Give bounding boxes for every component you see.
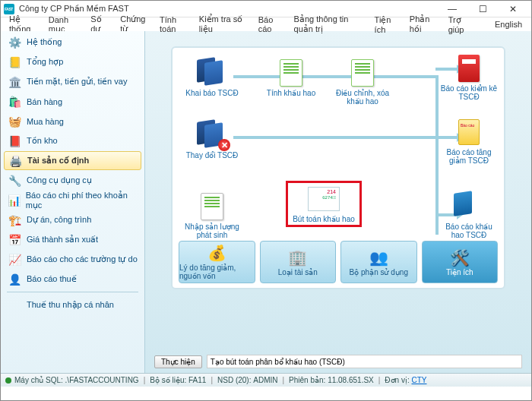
menubar: Hệ thống Danh mục Số dư Chứng từ Tính to… (1, 17, 531, 31)
workflow-panel: Khai báo TSCĐ Tính khấu hao Điều chỉnh, … (171, 46, 505, 289)
gear-icon: ⚙️ (7, 35, 22, 50)
doc-pen-icon (195, 192, 230, 221)
sidebar-item-tonkho[interactable]: 📕Tồn kho (4, 131, 141, 150)
sidebar-item-tncn[interactable]: Thuế thu nhập cá nhân (4, 295, 141, 314)
sidebar-item-bctudo[interactable]: 📈Báo cáo cho các trường tự do (4, 250, 141, 269)
status-nsd: ADMIN (253, 376, 277, 384)
sidebar-item-duan[interactable]: 🏗️Dự án, công trình (4, 210, 141, 229)
btn-loai-taisan[interactable]: 🏢Loại tài sản (260, 241, 337, 283)
report-icon: 📈 (7, 252, 22, 267)
binder-icon (195, 58, 230, 87)
sidebar-item-giathanh[interactable]: 📅Giá thành sản xuất (4, 230, 141, 249)
doc-icon (345, 58, 380, 87)
sidebar-item-banhang[interactable]: 🛍️Bán hàng (4, 92, 141, 111)
command-input[interactable] (207, 355, 522, 368)
status-server: .\FASTACCOUNTING (65, 376, 139, 384)
status-dv-label: Đơn vị: (385, 376, 409, 384)
sidebar-item-tscd[interactable]: 🖨️Tài sản cố định (4, 151, 141, 170)
tools-icon: 🛠️ (450, 248, 469, 267)
btn-tienich[interactable]: 🛠️Tiện ích (422, 241, 499, 283)
menu-language[interactable]: English (489, 20, 528, 29)
connector (233, 136, 439, 139)
sidebar-item-bcthue[interactable]: 👤Báo cáo thuế (4, 270, 141, 289)
btn-bophan-sudung[interactable]: 👥Bộ phận sử dụng (340, 241, 417, 283)
sidebar-item-tonghop[interactable]: 📒Tổng hợp (4, 52, 141, 71)
bank-icon: 🏛️ (7, 74, 22, 90)
blue-binder-icon (451, 192, 486, 221)
status-bosolieu-label: Bộ số liệu: (150, 376, 186, 384)
maximize-button[interactable]: ☐ (467, 2, 498, 17)
binder-x-icon: ✕ (195, 121, 230, 150)
main-panel: Khai báo TSCĐ Tính khấu hao Điều chỉnh, … (145, 31, 531, 373)
status-server-label: Máy chủ SQL: (14, 376, 63, 384)
flow-bc-tanggiam[interactable]: Báo cáo tăng giảm TSCĐ (439, 118, 499, 165)
close-button[interactable]: ✕ (498, 2, 528, 17)
flow-dieuchinh[interactable]: Điều chỉnh, xóa khấu hao (332, 58, 393, 106)
book-icon: 📕 (7, 134, 22, 149)
status-dot-icon (5, 377, 11, 384)
sidebar-item-hethong[interactable]: ⚙️Hệ thống (4, 33, 141, 52)
red-report-icon (451, 54, 486, 83)
btn-lydo-tanggiam[interactable]: 💰Lý do tăng giảm, nguồn vốn (179, 241, 255, 283)
buildings-icon: 🏢 (288, 248, 307, 267)
doc-icon (274, 58, 309, 87)
calendar-icon: 📅 (7, 232, 22, 248)
asset-icon: 🖨️ (8, 153, 23, 169)
flow-thaydoi-tscd[interactable]: ✕ Thay đổi TSCĐ (182, 121, 242, 159)
execute-button[interactable]: Thực hiện (154, 355, 202, 368)
status-bosolieu: FA11 (188, 376, 206, 384)
sidebar-item-tienmat[interactable]: 🏛️Tiền mặt, tiền gửi, tiền vay (4, 72, 141, 91)
person-icon: 👤 (7, 272, 22, 287)
status-pb-label: Phiên bản: (289, 376, 325, 384)
sidebar-item-bccp[interactable]: 📊Báo cáo chi phí theo khoản mục (4, 191, 141, 210)
window-title: Công ty CP Phần Mềm FAST (19, 4, 437, 14)
sidebar-item-ccdc[interactable]: 🔧Công cụ dụng cụ (4, 171, 141, 190)
sidebar-divider (7, 292, 138, 292)
coins-icon: 💰 (207, 244, 226, 262)
sidebar-item-muahang[interactable]: 🧺Mua hàng (4, 112, 141, 131)
people-icon: 👥 (369, 248, 388, 267)
construction-icon: 🏗️ (7, 213, 22, 228)
yellow-report-icon (451, 118, 486, 147)
ledger-icon: 📒 (7, 55, 22, 70)
wrench-icon: 🔧 (7, 173, 22, 188)
status-dv-link[interactable]: CTY (411, 376, 426, 384)
basket-icon: 🧺 (7, 114, 22, 129)
flow-bc-kiemke[interactable]: Báo cáo kiểm kê TSCĐ (439, 54, 499, 101)
sidebar: ⚙️Hệ thống 📒Tổng hợp 🏛️Tiền mặt, tiền gử… (1, 31, 145, 373)
flow-bc-khauhao[interactable]: Báo cáo khấu hao TSCĐ (439, 192, 499, 239)
status-nsd-label: NSD (20): (217, 376, 251, 384)
note-icon (306, 185, 341, 213)
chart-icon: 📊 (7, 193, 21, 208)
status-pb: 11.08.651.SX (328, 376, 374, 384)
app-icon (4, 4, 14, 14)
flow-nhapsanluong[interactable]: Nhập sản lượng phát sinh (182, 192, 242, 239)
sales-icon: 🛍️ (7, 94, 22, 109)
flow-khaibao-tscd[interactable]: Khai báo TSCĐ (182, 58, 242, 97)
flow-buttoan-khauhao[interactable]: Bút toán khấu hao (287, 182, 361, 226)
statusbar: Máy chủ SQL: .\FASTACCOUNTING | Bộ số li… (1, 373, 531, 387)
flow-tinh-khauhao[interactable]: Tính khấu hao (261, 58, 321, 97)
